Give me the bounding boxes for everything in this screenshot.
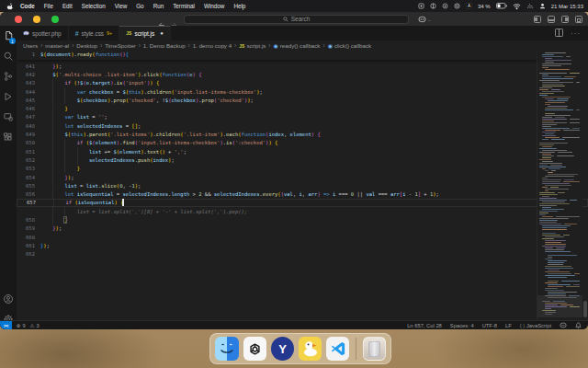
menu-file[interactable]: File [40, 3, 58, 9]
menu-go[interactable]: Go [131, 3, 148, 9]
code-line-646: 646 } [17, 105, 588, 113]
code-line-655: 655 list = list.slice(0, -1); [17, 181, 588, 190]
activity-bar: 1 [0, 26, 17, 329]
vscode-dock-icon[interactable] [326, 337, 349, 361]
code-line-662: 662 [17, 250, 588, 259]
explorer-badge: 1 [9, 38, 16, 44]
explorer-icon[interactable]: 1 [0, 26, 17, 46]
vscode-window: Search ⌄ 1 phpspotter.php#style.css9+JSs… [0, 12, 588, 329]
menu-selection[interactable]: Selection [77, 3, 110, 9]
close-window-button[interactable] [15, 16, 22, 23]
command-center-search[interactable]: Search [184, 15, 409, 25]
toggle-primary-sidebar-button[interactable] [534, 16, 542, 23]
menubar-app-icon-a[interactable]: A [466, 3, 472, 9]
extensions-icon[interactable] [0, 127, 17, 147]
code-line-645: 645 $(checkbox).prop('checked', !$(check… [17, 96, 588, 104]
menu-code[interactable]: Code [16, 3, 40, 9]
code-line-641: 641 }); [17, 62, 588, 70]
breadcrumb-item[interactable]: JSscript.js [239, 42, 266, 49]
breadcrumb-item[interactable]: Desktop [76, 42, 97, 49]
minimize-window-button[interactable] [33, 16, 40, 23]
chatgpt-dock-icon[interactable] [243, 337, 266, 361]
code-line-644: 644 var checkbox = $(this).children('inp… [17, 87, 588, 96]
code-line-654: 654 }); [17, 173, 588, 181]
code-line-652: 652 selectedIndexes.push(index); [17, 155, 588, 164]
dictation-icon[interactable] [526, 3, 534, 9]
search-icon[interactable] [0, 46, 17, 66]
code-line-ghost: list = list.split(',')[0] + '-' + list.s… [17, 207, 588, 215]
menu-window[interactable]: Window [199, 3, 229, 9]
breadcrumb-item[interactable]: ◉click() callback [328, 42, 371, 49]
code-line-649: 649 $(this).parent('.list-items').childr… [17, 130, 588, 138]
tab-script.js[interactable]: JSscript.js● [119, 26, 170, 40]
breadcrumb-item[interactable]: 1. demo copy 4 [193, 42, 232, 49]
user-switch-icon[interactable] [539, 3, 546, 9]
code-line-651: 651 list += $(element).text() + ','; [17, 147, 588, 155]
zoom-window-button[interactable] [51, 16, 59, 23]
yandex-dock-icon[interactable]: Y [271, 337, 294, 361]
breadcrumb-item[interactable]: TimeSpotter [105, 42, 135, 49]
toggle-secondary-sidebar-button[interactable] [561, 16, 570, 23]
battery-icon [496, 3, 507, 9]
notifications-bell-icon[interactable] [575, 322, 582, 329]
menu-help[interactable]: Help [229, 3, 250, 9]
remote-explorer-icon[interactable] [0, 107, 17, 127]
macos-menu-bar: CodeFileEditSelectionViewGoRunTerminalWi… [0, 0, 588, 12]
code-line-660: 660 [17, 233, 588, 241]
language-mode[interactable]: { } JavaScript [520, 323, 551, 328]
battery-percentage: 34 % [478, 4, 491, 9]
wifi-icon[interactable] [513, 3, 521, 10]
breadcrumb-item[interactable]: 1. Demo Backup [143, 42, 186, 49]
split-editor-button[interactable] [555, 29, 563, 39]
menubar-app-icon-3[interactable] [442, 3, 448, 9]
code-line-648: 648 let selectedIndexes = []; [17, 121, 588, 130]
tab-spotter.php[interactable]: phpspotter.php [17, 26, 69, 40]
trash-dock-icon[interactable] [363, 337, 386, 361]
dock: Y [209, 333, 391, 364]
copilot-menu-button[interactable]: ⌄ [418, 16, 431, 23]
menu-bar-clock: 21 Mar 15:33 [551, 4, 583, 9]
accounts-icon[interactable] [0, 289, 17, 309]
breadcrumb-item[interactable]: ◉ready() callback [274, 42, 321, 49]
run-debug-icon[interactable] [0, 86, 17, 107]
apple-menu-icon[interactable] [4, 2, 16, 10]
source-control-icon[interactable] [0, 66, 17, 86]
code-line-657: 657 if (isSequential) { [17, 199, 588, 207]
bracket-match-highlight [63, 216, 67, 224]
indentation[interactable]: Spaces: 4 [450, 323, 474, 328]
eol-sequence[interactable]: LF [505, 323, 512, 328]
sticky-scroll-line: 1$(document).ready(function(){ [17, 51, 537, 60]
toggle-panel-button[interactable] [548, 16, 556, 23]
problems-indicator[interactable]: ⊗9 ⚠3 [17, 323, 40, 328]
menubar-app-icon-1[interactable] [418, 3, 424, 9]
menu-edit[interactable]: Edit [58, 3, 77, 9]
code-line-656: 656 let isSequential = selectedIndexes.l… [17, 190, 588, 199]
menu-terminal[interactable]: Terminal [168, 3, 199, 9]
customize-layout-button[interactable] [575, 16, 583, 23]
window-title-bar[interactable]: Search ⌄ [0, 12, 588, 26]
code-editor[interactable]: 1$(document).ready(function(){ 641 });64… [17, 51, 588, 320]
menubar-app-icon-2[interactable] [430, 3, 436, 9]
finder-dock-icon[interactable] [215, 337, 239, 361]
scrollbar-thumb[interactable] [583, 301, 587, 317]
code-line-659: 659 }); [17, 224, 588, 233]
code-line-650: 650 if ($(element).find('input.list-item… [17, 139, 588, 147]
vertical-scrollbar[interactable] [582, 51, 588, 320]
remote-indicator[interactable]: >< [0, 321, 12, 330]
code-line-647: 647 var list = ''; [17, 113, 588, 121]
tab-style.css[interactable]: #style.css9+ [69, 26, 120, 40]
menu-run[interactable]: Run [149, 3, 169, 9]
cursor-position[interactable]: Ln 657, Col 28 [407, 323, 442, 328]
copilot-status-icon[interactable] [560, 322, 567, 328]
minimap[interactable] [537, 51, 582, 320]
breadcrumb-item[interactable]: Users [23, 42, 38, 49]
more-actions-button[interactable]: ··· [571, 29, 581, 38]
code-line-661: 661}); [17, 241, 588, 249]
menubar-app-icon-4[interactable] [454, 3, 460, 9]
breadcrumb-item[interactable]: master-al [45, 42, 69, 49]
menu-view[interactable]: View [110, 3, 132, 9]
code-line-642: 642 $('.multi-choice .list-item').click(… [17, 70, 588, 78]
code-line-658: 658 } [17, 215, 588, 224]
cyberduck-dock-icon[interactable] [299, 337, 322, 361]
encoding[interactable]: UTF-8 [482, 323, 497, 328]
